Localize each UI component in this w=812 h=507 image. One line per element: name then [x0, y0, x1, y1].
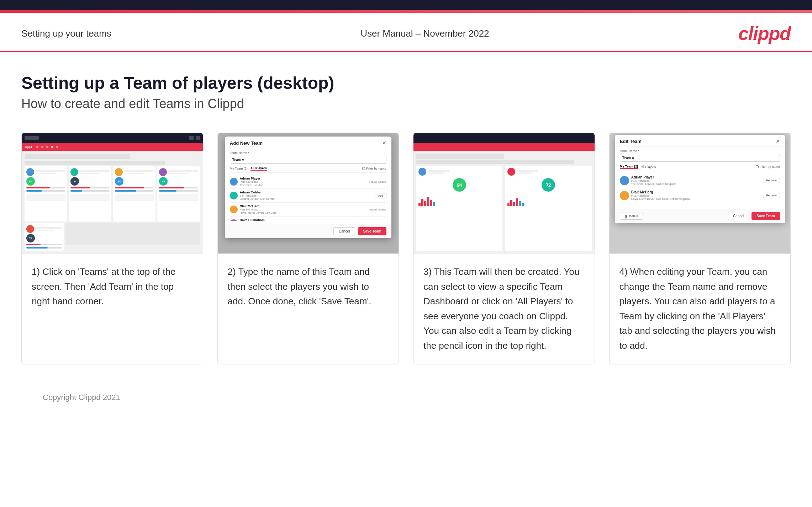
logo: clippd — [738, 23, 791, 44]
edit-player-avatar — [620, 191, 629, 200]
edit-team-name-label: Team Name * — [620, 149, 780, 153]
save-team-button[interactable]: Save Team — [358, 227, 386, 235]
dialog-close-icon[interactable]: ✕ — [382, 140, 386, 146]
cancel-button[interactable]: Cancel — [333, 227, 355, 235]
tab-my-team[interactable]: My Team (2) — [230, 167, 248, 170]
card-4: Edit Team ✕ Team Name * My Team (2) All … — [609, 133, 791, 364]
edit-cancel-button[interactable]: Cancel — [728, 212, 749, 220]
delete-team-button[interactable]: 🗑 Delete — [620, 213, 643, 220]
add-team-dialog: Add New Team ✕ Team Name * My Team (2) A… — [225, 137, 391, 238]
screenshot-3: 94 — [413, 133, 595, 254]
screenshot-4: Edit Team ✕ Team Name * My Team (2) All … — [610, 133, 791, 254]
player-info: Blair McHarg Plus Handicap Royal North D… — [240, 204, 367, 214]
card-2-text: 2) Type the name of this Team and then s… — [218, 254, 399, 364]
team-name-input[interactable] — [230, 156, 386, 164]
edit-team-name-input[interactable] — [620, 154, 780, 162]
page-title: Setting up a Team of players (desktop) — [21, 73, 791, 93]
card-1-text: 1) Click on 'Teams' at the top of the sc… — [22, 254, 203, 364]
trash-icon: 🗑 — [624, 214, 628, 218]
footer: Copyright Clippd 2021 — [21, 386, 791, 409]
filter-label: Filter by name — [366, 167, 386, 170]
screenshot-1: clippd — [22, 133, 203, 254]
header-manual: User Manual – November 2022 — [360, 28, 489, 39]
add-player-button[interactable]: Add — [375, 221, 386, 222]
copyright-text: Copyright Clippd 2021 — [43, 393, 120, 402]
dialog-add-title: Add New Team — [230, 140, 263, 146]
edit-dialog-close-icon[interactable]: ✕ — [776, 138, 780, 144]
edit-tab-all-players[interactable]: All Players — [641, 165, 656, 169]
player-item: Adrian Player Plus Handicap The Shire, L… — [230, 175, 386, 189]
card-1: clippd — [21, 133, 203, 364]
card-3-text: 3) This Team will then be created. You c… — [413, 254, 595, 364]
edit-team-dialog: Edit Team ✕ Team Name * My Team (2) All … — [615, 135, 785, 223]
screenshot-2: Add New Team ✕ Team Name * My Team (2) A… — [218, 133, 399, 254]
player-list: Adrian Player Plus Handicap The Shire, L… — [230, 175, 386, 221]
player-item: Blair McHarg Plus Handicap Royal North D… — [230, 203, 386, 217]
edit-player-info: Blair McHarg Plus Handicap Royal North D… — [631, 190, 761, 201]
edit-player-avatar — [620, 176, 629, 185]
header-section: Setting up your teams — [21, 28, 111, 39]
player-avatar — [230, 192, 238, 199]
top-bar — [0, 0, 812, 10]
remove-player-button-2[interactable]: Remove — [763, 193, 780, 198]
card-3: 94 — [413, 133, 595, 364]
card-2: Add New Team ✕ Team Name * My Team (2) A… — [217, 133, 399, 364]
edit-dialog-title: Edit Team — [620, 139, 642, 144]
player-avatar — [230, 219, 238, 221]
player-info: Adrian Player Plus Handicap The Shire, L… — [240, 177, 367, 187]
team-name-label: Team Name * — [230, 151, 386, 155]
player-info: Dave Billingham 1.5 Handicap The Dog Mag… — [240, 218, 373, 221]
remove-player-button[interactable]: Remove — [763, 178, 780, 183]
edit-player-item: Blair McHarg Plus Handicap Royal North D… — [620, 188, 780, 203]
player-item: Dave Billingham 1.5 Handicap The Dog Mag… — [230, 217, 386, 221]
player-added-status: Player Added — [369, 208, 386, 211]
card-4-text: 4) When editing your Team, you can chang… — [610, 254, 791, 364]
player-added-status: Player Added — [369, 180, 386, 183]
header: Setting up your teams User Manual – Nove… — [0, 13, 812, 52]
player-avatar — [230, 206, 238, 213]
filter-checkbox[interactable] — [362, 167, 365, 170]
cards-grid: clippd — [21, 133, 791, 364]
edit-filter-checkbox[interactable] — [756, 165, 759, 168]
edit-tab-my-team[interactable]: My Team (2) — [620, 165, 638, 169]
add-player-button[interactable]: Add — [375, 193, 386, 198]
player-item: Adrian Coliba 1.5 Handicap Central Londo… — [230, 189, 386, 203]
main-content: Setting up a Team of players (desktop) H… — [0, 52, 812, 423]
edit-filter-label: Filter by name — [760, 165, 780, 169]
page-subtitle: How to create and edit Teams in Clippd — [21, 96, 791, 111]
player-avatar — [230, 178, 238, 186]
edit-player-item: Adrian Player Plus Handicap The Shire, L… — [620, 173, 780, 188]
tab-all-players[interactable]: All Players — [251, 166, 267, 171]
accent-bar — [0, 10, 812, 13]
edit-player-info: Adrian Player Plus Handicap The Shire, L… — [631, 175, 761, 186]
player-info: Adrian Coliba 1.5 Handicap Central Londo… — [240, 191, 373, 201]
edit-save-team-button[interactable]: Save Team — [752, 212, 780, 220]
